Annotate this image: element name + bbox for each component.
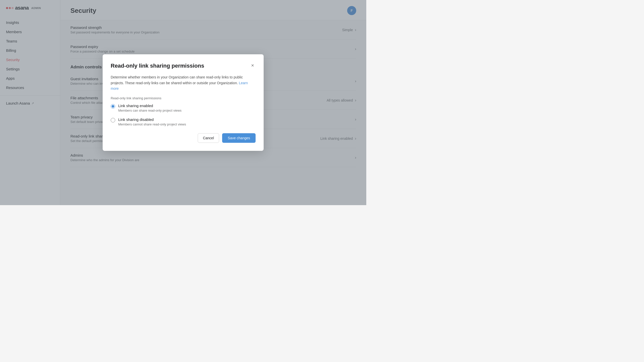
radio-option-disabled: Link sharing disabled Members cannot sha… <box>111 117 256 126</box>
radio-option-enabled: Link sharing enabled Members can share r… <box>111 104 256 112</box>
modal: Read-only link sharing permissions × Det… <box>103 54 264 151</box>
save-button[interactable]: Save changes <box>222 133 256 143</box>
radio-disabled-input[interactable] <box>111 118 115 122</box>
modal-header: Read-only link sharing permissions × <box>111 62 256 70</box>
modal-title: Read-only link sharing permissions <box>111 62 204 70</box>
cancel-button[interactable]: Cancel <box>198 133 219 143</box>
modal-overlay: Read-only link sharing permissions × Det… <box>0 0 366 205</box>
modal-actions: Cancel Save changes <box>111 133 256 143</box>
radio-disabled-label[interactable]: Link sharing disabled Members cannot sha… <box>118 117 186 126</box>
radio-enabled-label[interactable]: Link sharing enabled Members can share r… <box>118 104 181 112</box>
modal-close-button[interactable]: × <box>250 62 256 68</box>
radio-enabled-input[interactable] <box>111 104 115 109</box>
modal-section-label: Read-only link sharing permissions <box>111 96 256 100</box>
modal-description: Determine whether members in your Organi… <box>111 74 256 91</box>
